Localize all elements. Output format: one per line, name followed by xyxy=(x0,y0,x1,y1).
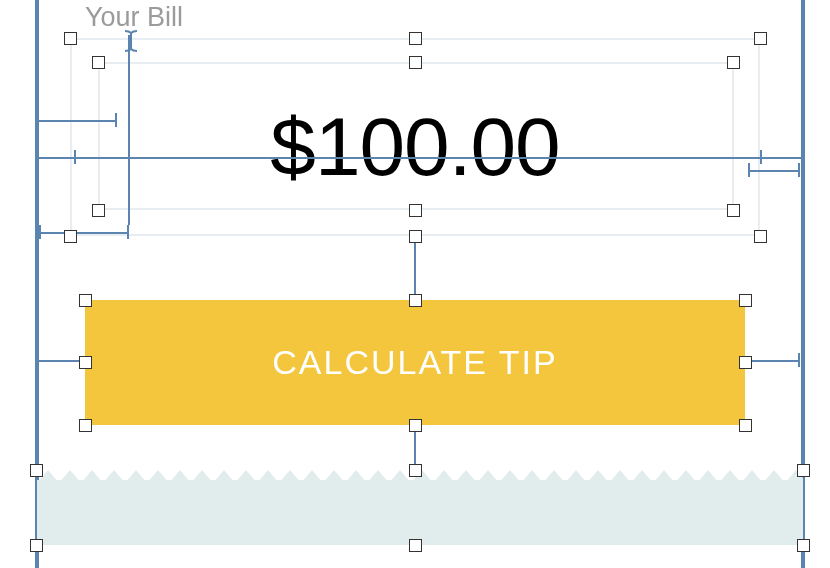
selection-handle[interactable] xyxy=(409,294,422,307)
text-cursor-icon xyxy=(122,30,140,52)
constraint-tick xyxy=(798,163,800,177)
selection-handle[interactable] xyxy=(797,539,810,552)
selection-handle[interactable] xyxy=(727,56,740,69)
design-canvas[interactable]: Your Bill $100.00 CALCULATE TIP xyxy=(0,0,830,568)
selection-handle[interactable] xyxy=(64,230,77,243)
bill-amount-value[interactable]: $100.00 xyxy=(85,100,745,194)
selection-handle[interactable] xyxy=(79,356,92,369)
selection-handle[interactable] xyxy=(64,32,77,45)
constraint-tick xyxy=(115,113,117,127)
selection-handle[interactable] xyxy=(797,464,810,477)
constraint-tick xyxy=(74,150,76,164)
selection-handle[interactable] xyxy=(30,464,43,477)
calculate-tip-label: CALCULATE TIP xyxy=(272,343,557,382)
selection-handle[interactable] xyxy=(409,419,422,432)
selection-handle[interactable] xyxy=(409,32,422,45)
selection-handle[interactable] xyxy=(92,56,105,69)
calculate-tip-button[interactable]: CALCULATE TIP xyxy=(85,300,745,425)
constraint-line xyxy=(37,360,85,362)
bill-label: Your Bill xyxy=(85,2,183,33)
selection-handle[interactable] xyxy=(409,464,422,477)
constraint-tick xyxy=(39,225,41,239)
selection-handle[interactable] xyxy=(739,294,752,307)
constraint-tick xyxy=(748,163,750,177)
selection-handle[interactable] xyxy=(409,539,422,552)
constraint-line xyxy=(37,157,803,159)
constraint-line xyxy=(748,170,800,172)
constraint-line-v xyxy=(128,35,130,225)
receipt-background xyxy=(37,480,803,545)
selection-handle[interactable] xyxy=(79,419,92,432)
selection-handle[interactable] xyxy=(79,294,92,307)
constraint-tick xyxy=(798,353,800,367)
selection-handle[interactable] xyxy=(754,230,767,243)
constraint-line xyxy=(39,232,129,234)
selection-handle[interactable] xyxy=(727,204,740,217)
selection-handle[interactable] xyxy=(409,230,422,243)
selection-handle[interactable] xyxy=(754,32,767,45)
selection-handle[interactable] xyxy=(409,56,422,69)
selection-handle[interactable] xyxy=(92,204,105,217)
constraint-tick xyxy=(760,150,762,164)
constraint-tick xyxy=(37,353,39,367)
constraint-line xyxy=(748,360,800,362)
constraint-line-v xyxy=(414,235,416,300)
constraint-line xyxy=(39,120,117,122)
selection-handle[interactable] xyxy=(409,204,422,217)
selection-handle[interactable] xyxy=(739,356,752,369)
selection-handle[interactable] xyxy=(30,539,43,552)
selection-handle[interactable] xyxy=(739,419,752,432)
constraint-tick xyxy=(127,225,129,239)
bill-input-group[interactable]: $100.00 xyxy=(85,60,745,220)
